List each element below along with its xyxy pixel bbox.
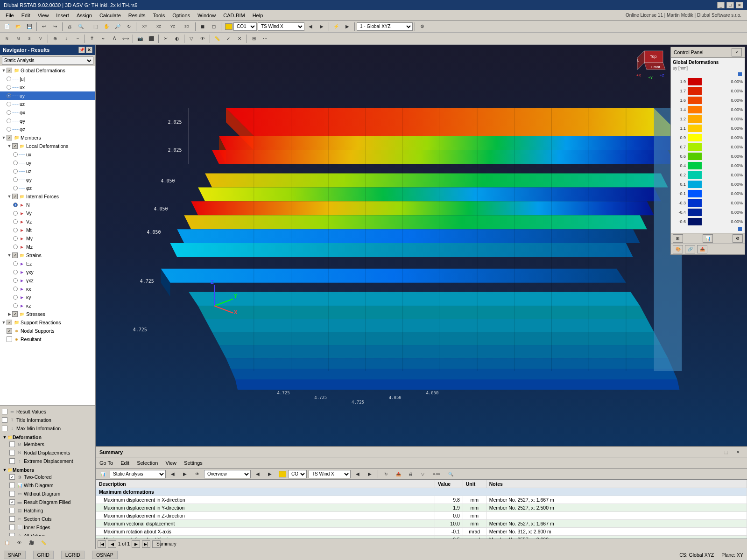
- tree-item-resultant[interactable]: ⊕ Resultant: [0, 335, 95, 343]
- tree-item-global-deformations[interactable]: ▼ 📁 Global Deformations: [0, 66, 95, 75]
- check-button[interactable]: ✓: [223, 34, 233, 43]
- nav-item-inner-edges[interactable]: ⬜ Inner Edges: [2, 523, 93, 532]
- chk-with-diagram[interactable]: [9, 483, 15, 488]
- tree-item-m-Kx[interactable]: ▶ κx: [0, 285, 95, 293]
- tree-item-m-Vz[interactable]: ▶ Vz: [0, 217, 95, 226]
- summary-icon-btn[interactable]: 📊: [98, 469, 108, 479]
- radio-m-Ez[interactable]: [13, 261, 18, 266]
- summary-menu-selection[interactable]: Selection: [135, 459, 160, 467]
- menu-cadbim[interactable]: CAD-BIM: [219, 12, 248, 19]
- snap-toggle[interactable]: SNAP: [4, 551, 26, 559]
- chk-stresses[interactable]: [12, 311, 18, 317]
- nav-item-with-diagram[interactable]: 📊 With Diagram: [2, 481, 93, 490]
- label-button[interactable]: A: [109, 34, 120, 43]
- cross-button[interactable]: ✕: [234, 34, 245, 43]
- section-button[interactable]: ✂: [161, 34, 171, 43]
- tree-item-m-Yxy[interactable]: ▶ γxy: [0, 268, 95, 276]
- table-row[interactable]: Maximum displacement in Y-direction 1.9 …: [96, 504, 747, 512]
- cp-settings-icon-button[interactable]: ⚙: [733, 234, 743, 243]
- menu-assign[interactable]: Assign: [73, 12, 96, 19]
- radio-m-Vz[interactable]: [13, 219, 18, 224]
- nav-item-section-cuts[interactable]: ✂ Section Cuts: [2, 515, 93, 523]
- toggle-members[interactable]: ▼: [1, 135, 7, 140]
- chk-without-diagram[interactable]: [9, 491, 15, 497]
- radio-m-uz[interactable]: [13, 169, 18, 174]
- summary-undock-button[interactable]: ⬚: [721, 448, 731, 457]
- tree-item-m-Ky[interactable]: ▶ κy: [0, 293, 95, 301]
- chk-int-forces[interactable]: [12, 194, 18, 199]
- radio-m-Ky[interactable]: [13, 295, 18, 300]
- chk-members[interactable]: [7, 135, 12, 140]
- nav-close-button[interactable]: ✕: [86, 47, 92, 53]
- tree-item-nodal-supports[interactable]: ⊕ Nodal Supports: [0, 327, 95, 335]
- toggle-int-forces[interactable]: ▼: [7, 194, 12, 199]
- prev-case-button[interactable]: ◀: [305, 22, 316, 31]
- dimension-button[interactable]: ⟺: [120, 34, 131, 43]
- menu-results[interactable]: Results: [125, 12, 149, 19]
- summary-close-button[interactable]: ✕: [733, 448, 743, 457]
- navigation-cube[interactable]: Top L Front +X +Y +Z: [635, 49, 668, 81]
- radio-m-Kz[interactable]: [13, 303, 18, 308]
- pan-button[interactable]: ✋: [101, 22, 112, 31]
- support-button[interactable]: ⊕: [50, 34, 60, 43]
- toggle-global-deformations[interactable]: ▼: [1, 68, 7, 73]
- tree-item-m-Ez[interactable]: ▶ Ez: [0, 259, 95, 268]
- nav-icon-btn-2[interactable]: 👁: [14, 538, 24, 547]
- display-button[interactable]: ⊞: [249, 34, 259, 43]
- measure-button[interactable]: 📏: [212, 34, 222, 43]
- table-row[interactable]: Maximum displacement in X-direction 9.8 …: [96, 496, 747, 504]
- analysis-selector[interactable]: Static Analysis: [2, 56, 93, 65]
- axis-button[interactable]: ⌖: [98, 34, 108, 43]
- summary-view-selector[interactable]: Overview: [204, 470, 251, 478]
- render-button[interactable]: ◼: [197, 22, 208, 31]
- tree-item-m-Kz[interactable]: ▶ κz: [0, 301, 95, 310]
- radio-m-uy[interactable]: [13, 161, 18, 165]
- radio-uy[interactable]: [7, 93, 11, 98]
- radio-m-ux[interactable]: [13, 152, 18, 157]
- cp-close-button[interactable]: ×: [732, 48, 742, 56]
- summary-view-icon[interactable]: 👁: [192, 469, 202, 479]
- chk-global-deformations[interactable]: [7, 68, 12, 73]
- view-xy-button[interactable]: XY: [138, 22, 151, 31]
- chk-section-cuts[interactable]: [9, 516, 15, 522]
- zoom-button[interactable]: 🔎: [113, 22, 123, 31]
- radio-m-Vy[interactable]: [13, 211, 18, 216]
- next-case-button[interactable]: ▶: [317, 22, 327, 31]
- tree-item-m-Mz[interactable]: ▶ Mz: [0, 243, 95, 251]
- summary-menu-goto[interactable]: Go To: [98, 459, 115, 467]
- radio-m-phiy[interactable]: [13, 177, 18, 182]
- nav-item-maxmin[interactable]: ↕ Max Min Information: [2, 424, 93, 433]
- summary-load-case[interactable]: CO1: [288, 470, 307, 478]
- summary-prev-button[interactable]: ◀: [168, 469, 178, 479]
- tree-item-m-phiz[interactable]: ~~~ φz: [0, 184, 95, 192]
- cp-link-icon-button[interactable]: 🔗: [685, 245, 695, 253]
- chk-result-values[interactable]: [2, 409, 7, 414]
- rotate-button[interactable]: ↻: [124, 22, 134, 31]
- tree-item-uy[interactable]: ~~~ uy: [0, 91, 95, 100]
- radio-m-Kx[interactable]: [13, 287, 18, 291]
- menu-edit[interactable]: Edit: [18, 12, 34, 19]
- summary-menu-settings[interactable]: Settings: [182, 459, 204, 467]
- cp-chart-icon-button[interactable]: 📊: [703, 234, 713, 243]
- toggle-deformation[interactable]: ▼: [2, 435, 7, 440]
- viewport-3d[interactable]: 2.025 2.025 4.050 4.050 4.050 4.725 4.72…: [96, 45, 747, 446]
- summary-load-prev[interactable]: ◀: [352, 469, 363, 479]
- nav-item-result-values[interactable]: ☰ Result Values: [2, 407, 93, 416]
- toggle-members2[interactable]: ▼: [2, 468, 7, 472]
- table-row[interactable]: Maximum vectorial displacement 10.0 mm M…: [96, 520, 747, 528]
- member-button[interactable]: M: [13, 34, 23, 43]
- toggle-strains[interactable]: ▼: [7, 253, 12, 258]
- nav-item-result-filled[interactable]: ▬ Result Diagram Filled: [2, 498, 93, 506]
- summary-menu-edit[interactable]: Edit: [119, 459, 131, 467]
- minimize-button[interactable]: _: [717, 2, 725, 8]
- load-button[interactable]: ↓: [61, 34, 71, 43]
- solid-button[interactable]: V: [35, 34, 46, 43]
- filter-button[interactable]: ▽: [186, 34, 197, 43]
- tree-item-m-ux[interactable]: ~~~ ux: [0, 150, 95, 159]
- nav-section-members2[interactable]: ▼ 📁 Members: [2, 467, 93, 473]
- summary-filter-button[interactable]: ▽: [417, 469, 428, 479]
- nav-item-deform-members[interactable]: M Members: [2, 440, 93, 448]
- tree-item-uz[interactable]: ~~~ uz: [0, 100, 95, 108]
- maximize-button[interactable]: □: [726, 2, 734, 8]
- redo-button[interactable]: ↪: [50, 22, 60, 31]
